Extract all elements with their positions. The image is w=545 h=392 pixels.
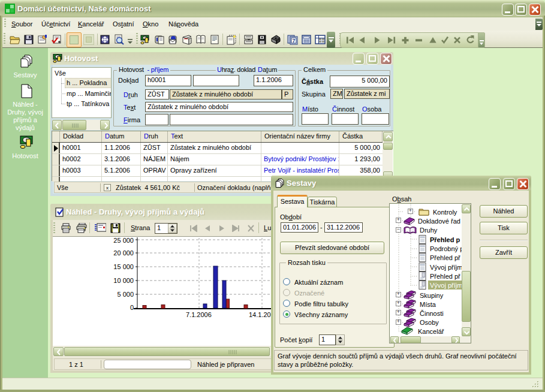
- svg-text:7: 7: [293, 38, 296, 44]
